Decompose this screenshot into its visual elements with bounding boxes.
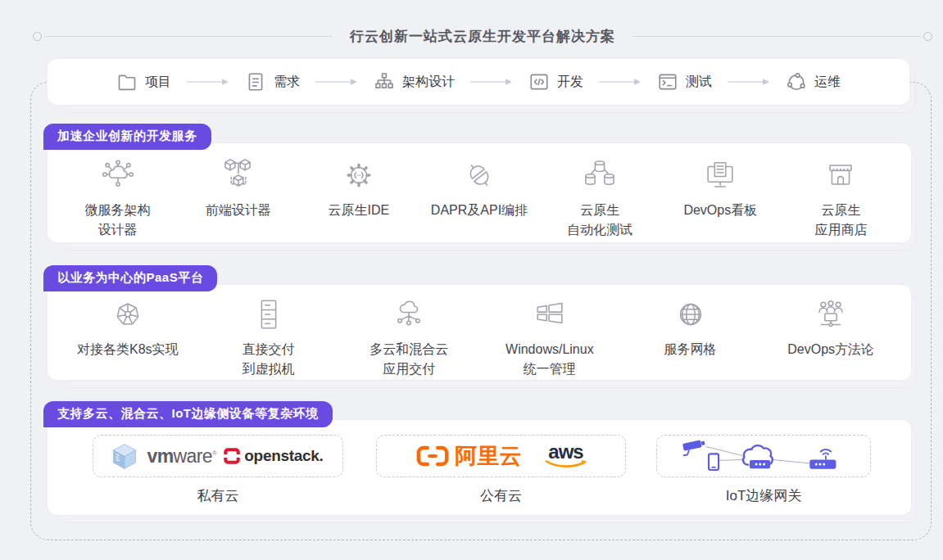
aws-logo: aws — [545, 443, 587, 469]
api-orchestration-icon — [460, 156, 498, 194]
iot-devices-graphic — [665, 436, 862, 476]
paas-platform-items: 对接各类K8s实现 直接交付 到虚拟机 多云和混合云 应用交付 Windows/… — [48, 285, 911, 379]
private-cloud-cube-icon — [112, 443, 137, 470]
cctv-icon — [681, 439, 706, 455]
openstack-logo-text: openstack. — [244, 447, 323, 465]
page-title: 行云创新一站式云原生开发平台解决方案 — [350, 27, 615, 46]
vmware-registered-mark: ® — [212, 449, 216, 457]
iot-gateway-box — [656, 435, 871, 477]
section-card-paas-platform: 对接各类K8s实现 直接交付 到虚拟机 多云和混合云 应用交付 Windows/… — [47, 284, 912, 381]
right-end-circle-icon — [923, 32, 932, 41]
item-cloud-native-testing: 云原生 自动化测试 — [540, 156, 660, 240]
section-ribbon-paas-platform: 以业务为中心的PaaS平台 — [43, 265, 217, 291]
terminal-icon — [657, 71, 678, 93]
aws-logo-text: aws — [548, 443, 583, 461]
item-label: DAPR及API编排 — [431, 201, 528, 220]
group-label-private-cloud: 私有云 — [93, 486, 343, 505]
private-cloud-group: vmware® openstack. 私有云 — [93, 435, 343, 505]
item-label: 多云和混合云 应用交付 — [369, 340, 448, 379]
item-vm-delivery: 直接交付 到虚拟机 — [198, 296, 339, 379]
server-icon — [250, 296, 288, 333]
workflow-step-testing: 测试 — [657, 71, 712, 93]
item-dapr-api: DAPR及API编排 — [419, 156, 539, 220]
item-label: 前端设计器 — [206, 201, 271, 220]
operations-cycle-icon — [786, 71, 807, 93]
workflow-step-label: 运维 — [814, 74, 841, 91]
section-card-dev-services: 微服务架构 设计器 前端设计器 云原生IDE DAPR及API编排 云原生 自动… — [47, 142, 912, 243]
iot-gateway-group: IoT边缘网关 — [656, 435, 871, 505]
router-icon — [809, 449, 836, 469]
flow-arrow-icon — [315, 78, 359, 86]
section-ribbon-dev-services: 加速企业创新的开发服务 — [43, 124, 211, 150]
workflow-step-label: 开发 — [557, 74, 583, 91]
private-cloud-box: vmware® openstack. — [93, 435, 343, 477]
workflow-step-label: 架构设计 — [402, 74, 455, 91]
flow-arrow-icon — [186, 78, 230, 86]
kubernetes-icon — [109, 296, 147, 333]
public-cloud-group: 阿里云 aws 公有云 — [376, 435, 626, 505]
architecture-icon — [374, 71, 395, 93]
solution-diagram-page: 行云创新一站式云原生开发平台解决方案 项目 需求 架构设计 开发 测试 — [0, 0, 943, 560]
flow-arrow-icon — [727, 78, 771, 86]
aws-smile-icon — [545, 459, 587, 469]
public-cloud-box: 阿里云 aws — [376, 435, 626, 477]
workflow-step-label: 项目 — [145, 74, 171, 91]
workflow-step-development: 开发 — [528, 71, 583, 93]
openstack-logo: openstack. — [224, 447, 323, 465]
item-devops-methodology: DevOps方法论 — [760, 296, 901, 359]
left-end-circle-icon — [33, 32, 42, 41]
item-app-store: 云原生 应用商店 — [781, 156, 901, 240]
item-label: 云原生 应用商店 — [814, 201, 867, 240]
section-ribbon-environments: 支持多云、混合云、IoT边缘侧设备等复杂环境 — [43, 401, 333, 427]
item-cloud-ide: 云原生IDE — [298, 156, 419, 220]
workflow-step-label: 需求 — [274, 74, 300, 91]
devops-methodology-icon — [812, 296, 850, 333]
openstack-icon — [224, 448, 240, 464]
item-label: 直接交付 到虚拟机 — [243, 340, 295, 379]
group-label-public-cloud: 公有云 — [376, 486, 626, 505]
cloud-ide-icon — [340, 156, 378, 194]
vmware-logo: vmware® — [147, 445, 216, 467]
item-label: DevOps看板 — [683, 201, 757, 220]
item-label: Windows/Linux 统一管理 — [506, 340, 594, 379]
item-k8s-integration: 对接各类K8s实现 — [57, 296, 198, 359]
section-card-environments: vmware® openstack. 私有云 阿里云 aws — [47, 419, 912, 516]
workflow-step-architecture: 架构设计 — [374, 71, 455, 93]
item-label: 服务网格 — [664, 340, 717, 359]
vmware-logo-bold: vm — [147, 445, 173, 467]
workflow-step-operations: 运维 — [786, 71, 841, 93]
page-header: 行云创新一站式云原生开发平台解决方案 — [33, 27, 932, 46]
item-frontend-designer: 前端设计器 — [178, 156, 298, 220]
workflow-step-requirements: 需求 — [245, 71, 300, 93]
vmware-logo-rest: ware — [174, 445, 212, 467]
windows-linux-icon — [531, 296, 569, 333]
smartphone-icon — [709, 454, 719, 470]
right-divider-line — [632, 36, 921, 37]
item-label: 云原生 自动化测试 — [567, 201, 632, 240]
left-divider-line — [44, 36, 333, 37]
workflow-bar: 项目 需求 架构设计 开发 测试 运维 — [47, 58, 910, 106]
flow-arrow-icon — [469, 78, 514, 86]
requirement-doc-icon — [245, 71, 266, 93]
group-label-iot-gateway: IoT边缘网关 — [656, 486, 871, 505]
item-label: DevOps方法论 — [787, 340, 874, 359]
frontend-designer-icon — [220, 156, 257, 194]
item-windows-linux: Windows/Linux 统一管理 — [479, 296, 620, 379]
item-microservice-designer: 微服务架构 设计器 — [57, 156, 178, 240]
cloud-gateway-icon — [743, 445, 773, 468]
code-window-icon — [528, 71, 550, 93]
item-label: 微服务架构 设计器 — [85, 201, 151, 240]
folder-icon — [116, 71, 138, 93]
environment-groups: vmware® openstack. 私有云 阿里云 aws — [48, 420, 911, 505]
item-devops-board: DevOps看板 — [660, 156, 781, 220]
alibaba-cloud-icon — [415, 444, 450, 468]
automated-testing-icon — [581, 156, 619, 194]
item-multicloud-delivery: 多云和混合云 应用交付 — [338, 296, 479, 379]
workflow-step-label: 测试 — [686, 74, 712, 91]
alibaba-cloud-logo-text: 阿里云 — [456, 441, 522, 471]
dev-services-items: 微服务架构 设计器 前端设计器 云原生IDE DAPR及API编排 云原生 自动… — [48, 143, 911, 240]
item-service-mesh: 服务网格 — [620, 296, 761, 359]
app-store-icon — [822, 156, 859, 194]
workflow-step-project: 项目 — [116, 71, 171, 93]
item-label: 云原生IDE — [329, 201, 390, 220]
